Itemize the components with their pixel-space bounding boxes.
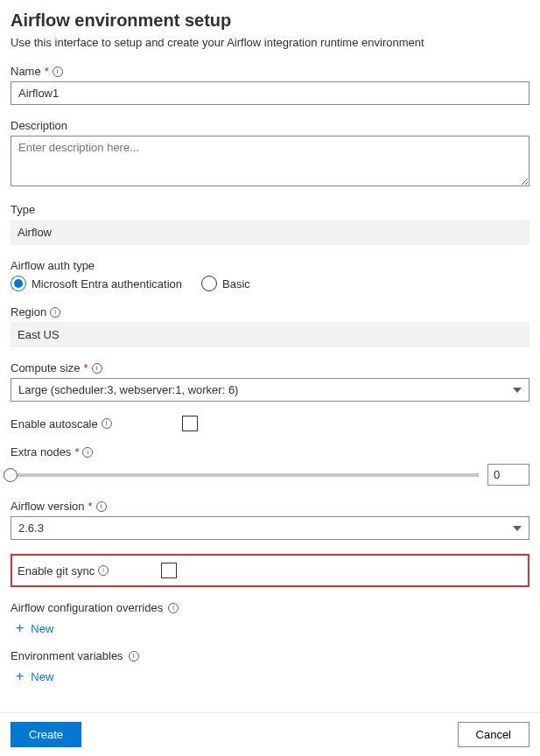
- required-asterisk: *: [74, 445, 79, 458]
- plus-icon: +: [16, 669, 24, 683]
- nodes-slider[interactable]: [11, 473, 479, 477]
- form-scroll-area[interactable]: Airflow environment setup Use this inter…: [0, 0, 540, 712]
- radio-icon: [11, 276, 26, 291]
- autoscale-label: Enable autoscale: [11, 417, 98, 430]
- envvars-new-button[interactable]: + New: [16, 669, 53, 683]
- info-icon[interactable]: i: [129, 651, 139, 662]
- auth-radio-entra[interactable]: Microsoft Entra authentication: [11, 276, 182, 291]
- overrides-label: Airflow configuration overrides: [11, 601, 163, 614]
- overrides-new-label: New: [31, 622, 53, 635]
- auth-basic-label: Basic: [222, 277, 250, 290]
- gitsync-checkbox[interactable]: [161, 563, 177, 578]
- required-asterisk: *: [83, 361, 88, 374]
- version-select[interactable]: 2.6.3: [11, 516, 529, 540]
- info-icon[interactable]: i: [50, 307, 60, 318]
- create-button[interactable]: Create: [11, 722, 81, 747]
- region-value: East US: [11, 322, 529, 347]
- radio-icon: [201, 276, 217, 291]
- info-icon[interactable]: i: [98, 565, 109, 576]
- type-value: Airflow: [11, 220, 529, 245]
- version-field: Airflow version * i 2.6.3: [11, 500, 529, 540]
- nodes-field: Extra nodes * i 0: [11, 445, 529, 486]
- plus-icon: +: [16, 621, 24, 635]
- gitsync-label: Enable git sync: [18, 564, 95, 578]
- footer: Create Cancel: [0, 712, 540, 756]
- name-input[interactable]: [11, 81, 529, 105]
- info-icon[interactable]: i: [168, 603, 179, 613]
- region-label: Region: [11, 305, 46, 318]
- envvars-new-label: New: [31, 670, 53, 683]
- description-field: Description: [11, 119, 529, 189]
- info-icon[interactable]: i: [92, 363, 102, 374]
- info-icon[interactable]: i: [96, 501, 107, 512]
- info-icon[interactable]: i: [102, 418, 112, 429]
- info-icon[interactable]: i: [82, 447, 93, 458]
- auth-entra-label: Microsoft Entra authentication: [32, 277, 182, 290]
- slider-thumb-icon[interactable]: [4, 468, 18, 482]
- auth-field: Airflow auth type Microsoft Entra authen…: [11, 259, 529, 291]
- version-label: Airflow version: [11, 500, 85, 513]
- description-label: Description: [11, 119, 67, 132]
- nodes-value[interactable]: 0: [487, 464, 529, 486]
- gitsync-highlight: Enable git sync i: [11, 554, 529, 587]
- overrides-new-button[interactable]: + New: [16, 621, 53, 635]
- info-icon[interactable]: i: [53, 66, 63, 77]
- cancel-button[interactable]: Cancel: [458, 722, 529, 747]
- auth-label: Airflow auth type: [11, 259, 95, 272]
- name-label: Name: [11, 65, 41, 78]
- name-field: Name * i: [11, 65, 529, 105]
- compute-select[interactable]: Large (scheduler:3, webserver:1, worker:…: [11, 378, 529, 402]
- autoscale-field: Enable autoscale i: [11, 416, 529, 431]
- compute-label: Compute size: [11, 361, 80, 374]
- autoscale-checkbox[interactable]: [182, 416, 198, 431]
- envvars-label: Environment variables: [11, 649, 123, 662]
- nodes-label: Extra nodes: [11, 445, 71, 458]
- description-input[interactable]: [11, 136, 529, 186]
- page-subtitle: Use this interface to setup and create y…: [11, 36, 529, 49]
- compute-field: Compute size * i Large (scheduler:3, web…: [11, 361, 529, 402]
- auth-radio-basic[interactable]: Basic: [201, 276, 250, 291]
- page-title: Airflow environment setup: [11, 10, 529, 31]
- region-field: Region i East US: [11, 305, 529, 347]
- type-label: Type: [11, 203, 35, 216]
- required-asterisk: *: [88, 500, 93, 513]
- type-field: Type Airflow: [11, 203, 529, 245]
- required-asterisk: *: [45, 65, 49, 78]
